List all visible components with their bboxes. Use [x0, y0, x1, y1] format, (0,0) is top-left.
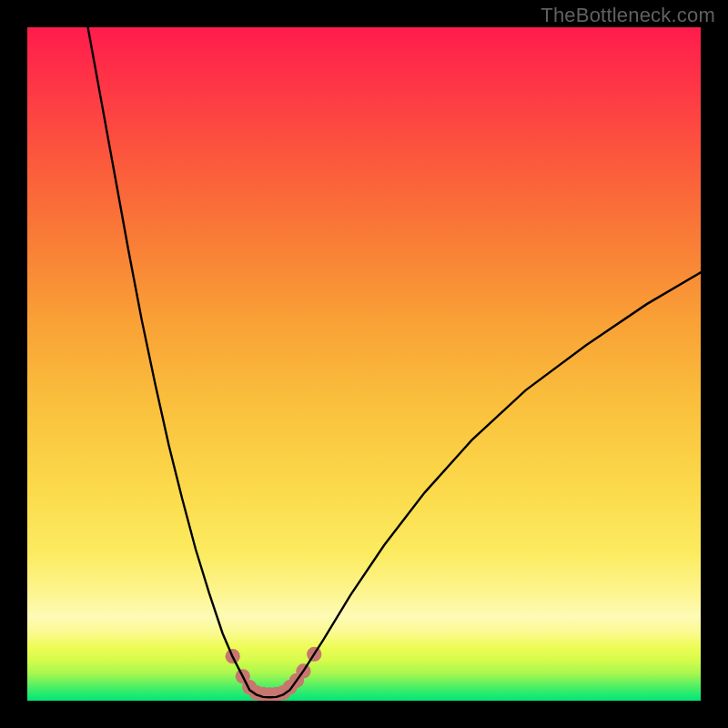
bottleneck-curve: [88, 27, 701, 697]
line-group: [88, 27, 701, 697]
watermark-text: TheBottleneck.com: [541, 4, 715, 27]
plot-area: [27, 27, 701, 701]
marker-group: [226, 647, 322, 701]
chart-frame: TheBottleneck.com: [0, 0, 728, 728]
chart-svg: [27, 27, 701, 701]
